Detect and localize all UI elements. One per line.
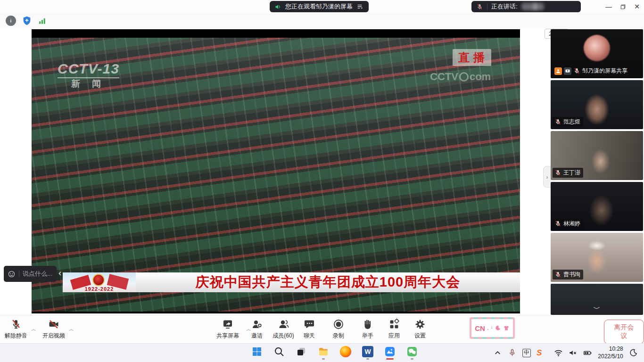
ime-mode-indicator[interactable]: 中 (522, 349, 531, 357)
emblem-badge (92, 274, 105, 286)
participant-tile[interactable]: 曹书珣 (551, 233, 643, 282)
share-screen-button[interactable]: 共享屏幕 (211, 319, 244, 340)
settings-button[interactable]: 设置 (407, 319, 433, 340)
invite-button[interactable]: 邀请 (244, 319, 270, 340)
settings-gear-icon (414, 319, 426, 330)
taskbar-date: 2022/5/10 (598, 353, 623, 361)
ime-lang-label: CN (475, 324, 485, 332)
taskbar-clock[interactable]: 10:28 2022/5/10 (598, 346, 623, 360)
divider (487, 3, 487, 10)
file-explorer-button[interactable] (317, 346, 330, 358)
running-indicator (322, 358, 325, 360)
camera-options-chevron[interactable]: ︿ (69, 326, 74, 333)
cctv-ring-logo (459, 72, 469, 82)
tray-mic-icon[interactable] (508, 348, 517, 357)
host-icon (554, 67, 562, 75)
participant-tile-screen-share[interactable]: ︿ 邹乃潇的屏幕共享 (551, 29, 643, 78)
anniversary-years: 1922-2022 (63, 286, 136, 292)
cctv-com-watermark: CCTV com (430, 71, 491, 83)
chat-collapse-icon[interactable]: ‹ (58, 268, 61, 278)
youth-league-emblem: 1922-2022 (63, 272, 136, 292)
mic-muted-icon (10, 319, 22, 330)
wechat-icon (406, 346, 418, 357)
security-shield-icon[interactable] (22, 16, 32, 28)
participant-tile[interactable]: 范志煜 (551, 80, 643, 129)
firefox-button[interactable] (339, 346, 352, 358)
banner-title: 庆祝中国共产主义青年团成立100周年大会 (136, 272, 520, 292)
firefox-icon (340, 346, 351, 357)
word-button[interactable]: W (362, 346, 374, 358)
running-indicator (366, 358, 369, 360)
windows-logo-icon (251, 346, 263, 357)
participant-name: 王丁澎 (563, 169, 580, 177)
participant-name: 曹书珣 (563, 271, 580, 279)
participant-name: 范志煜 (563, 118, 580, 126)
menu-icon[interactable] (356, 3, 364, 10)
members-icon (278, 319, 289, 330)
volume-muted-icon[interactable] (569, 348, 578, 357)
task-view-button[interactable] (295, 346, 307, 358)
mic-options-chevron[interactable]: ︿ (31, 326, 36, 333)
chat-button[interactable]: 聊天 (296, 319, 322, 340)
taskbar-search[interactable] (273, 346, 285, 358)
wechat-button[interactable] (406, 346, 418, 358)
unmute-button[interactable]: 解除静音 (1, 319, 31, 340)
chat-quick-input[interactable]: 说点什么... (4, 266, 57, 282)
participant-label: 范志煜 (553, 117, 583, 127)
scroll-down-icon[interactable]: ﹀ (594, 305, 601, 312)
participant-tile[interactable]: 林湘婷 (551, 182, 643, 231)
mic-muted-icon (554, 169, 561, 176)
watching-screen-pill[interactable]: 您正在观看邹乃潇的屏幕 (270, 1, 369, 12)
speaking-pill: 正在讲话: (471, 1, 581, 12)
taskbar-app-icons: W (251, 346, 418, 358)
sidebar-collapse-handle[interactable]: › (543, 166, 551, 188)
close-button[interactable]: ✕ (630, 0, 644, 13)
record-button[interactable]: 录制 (325, 319, 352, 340)
participant-name: 林湘婷 (563, 220, 580, 228)
participant-label: 林湘婷 (553, 219, 583, 229)
live-badge: 直播 (453, 49, 491, 66)
meeting-app-button[interactable] (384, 346, 396, 358)
participant-tile[interactable]: ﹀ (551, 284, 643, 315)
moon-icon (495, 325, 501, 331)
system-tray: 中 S 10:28 2022/5/10 (493, 346, 638, 360)
speaker-on-icon (274, 3, 281, 10)
chat-icon (304, 319, 315, 330)
leave-meeting-button[interactable]: 离开会议 (604, 320, 644, 344)
focus-assist-moon-icon[interactable] (629, 348, 638, 357)
mic-muted-icon (554, 220, 561, 227)
participant-tile[interactable]: 王丁澎 (551, 131, 643, 180)
cctv13-watermark: CCTV-13 新 闻 (58, 61, 119, 88)
start-button[interactable] (251, 346, 263, 358)
share-screen-icon (222, 319, 233, 330)
start-video-button[interactable]: 开启视频 (39, 319, 69, 340)
word-icon: W (362, 346, 373, 357)
network-signal-icon[interactable] (38, 16, 47, 27)
members-button[interactable]: 成员(60) (267, 319, 300, 340)
wifi-icon[interactable] (554, 348, 563, 357)
task-view-icon (296, 346, 307, 357)
search-icon (273, 346, 285, 357)
sogou-input-icon[interactable]: S (537, 348, 542, 358)
meeting-status-bar: 28:29 演讲者视图 ▾ (0, 13, 644, 28)
ime-indicator[interactable]: CN 。¹ (470, 317, 515, 339)
battery-charging-icon[interactable] (583, 348, 592, 357)
raise-hand-button[interactable]: 举手 (355, 319, 381, 340)
invite-icon (251, 319, 263, 330)
raise-hand-icon (362, 319, 373, 330)
divider (19, 271, 19, 277)
title-bar: 您正在观看邹乃潇的屏幕 正在讲话: — ✕ (0, 0, 644, 13)
apps-icon (388, 319, 400, 330)
minimize-button[interactable]: — (602, 0, 616, 13)
restore-button[interactable] (616, 0, 630, 13)
folder-icon (318, 346, 329, 357)
record-icon (333, 319, 344, 330)
participant-label: 王丁澎 (553, 168, 583, 178)
shared-screen-video: CCTV-13 新 闻 直播 CCTV com 1922-2022 庆祝中国共产… (32, 29, 520, 313)
mic-muted-icon (476, 3, 483, 10)
emoji-icon[interactable] (8, 270, 16, 278)
apps-button[interactable]: 应用 (381, 319, 407, 340)
info-icon[interactable] (6, 16, 16, 26)
tray-chevron-up-icon[interactable] (493, 348, 502, 357)
camera-muted-icon (48, 319, 59, 330)
